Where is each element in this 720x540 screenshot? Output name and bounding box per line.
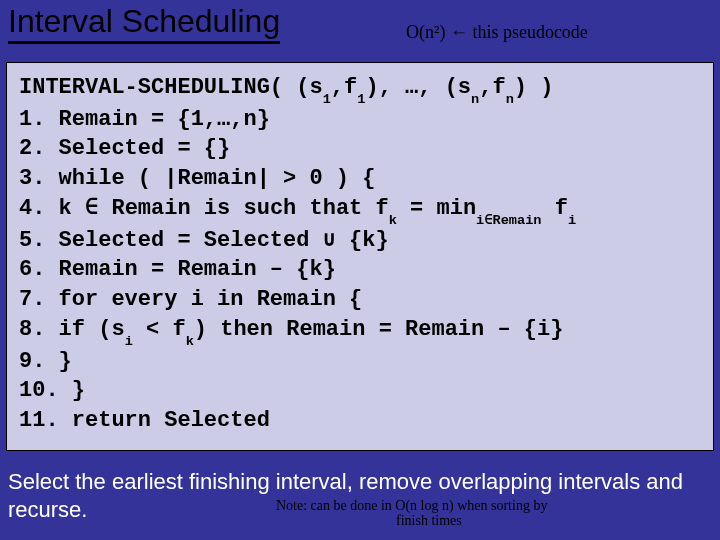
code-line: 8. if (si < fk) then Remain = Remain – {… [19,315,701,347]
handwritten-line: finish times [276,513,706,528]
slide-title: Interval Scheduling [8,4,280,44]
code-line: 3. while ( |Remain| > 0 ) { [19,164,701,194]
code-signature: INTERVAL-SCHEDULING( (s1,f1), …, (sn,fn)… [19,73,701,105]
subscript: n [506,92,514,107]
subscript: n [471,92,479,107]
code-line: 5. Selected = Selected ∪ {k} [19,226,701,256]
code-line: 2. Selected = {} [19,134,701,164]
code-line: 1. Remain = {1,…,n} [19,105,701,135]
subscript: i∈Remain [476,213,541,228]
code-text: ) ) [514,75,554,100]
handwritten-line: Note: can be done in O(n log n) when sor… [276,498,547,513]
handwritten-annotation-bottom: Note: can be done in O(n log n) when sor… [276,498,706,529]
code-text: ) then Remain = Remain – {i} [194,317,564,342]
code-line: 11. return Selected [19,406,701,436]
subscript: i [568,213,576,228]
code-text: < f [133,317,186,342]
subscript: k [389,213,397,228]
handwritten-annotation-top: O(n²) ← this pseudocode [406,22,588,43]
code-text: ,f [331,75,357,100]
code-line: 7. for every i in Remain { [19,285,701,315]
code-text: ), …, (s [365,75,471,100]
code-text: ,f [479,75,505,100]
pseudocode-box: INTERVAL-SCHEDULING( (s1,f1), …, (sn,fn)… [6,62,714,451]
subscript: 1 [323,92,331,107]
code-line: 9. } [19,347,701,377]
code-text: f [542,196,568,221]
code-text: 8. if (s [19,317,125,342]
code-text: = min [397,196,476,221]
subscript: 1 [357,92,365,107]
code-line: 4. k ∈ Remain is such that fk = mini∈Rem… [19,194,701,226]
code-line: 10. } [19,376,701,406]
subscript: k [186,334,194,349]
code-text: 4. k ∈ Remain is such that f [19,196,389,221]
slide: Interval Scheduling O(n²) ← this pseudoc… [0,0,720,540]
subscript: i [125,334,133,349]
code-text: INTERVAL-SCHEDULING( (s [19,75,323,100]
code-line: 6. Remain = Remain – {k} [19,255,701,285]
